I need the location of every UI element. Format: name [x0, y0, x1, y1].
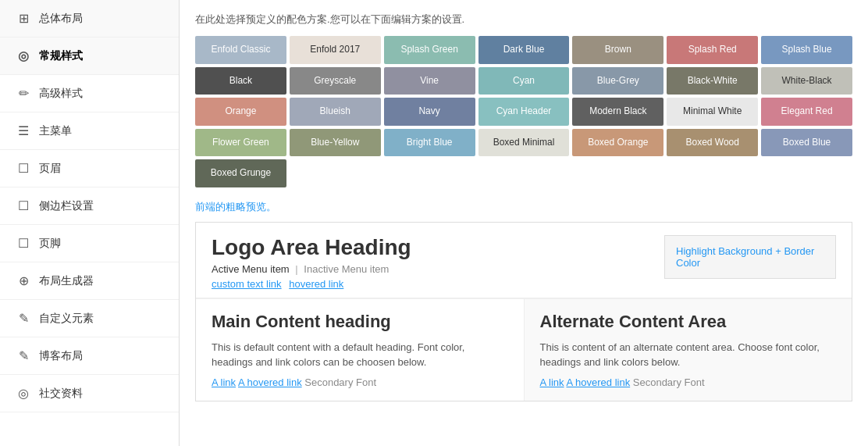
alt-content-heading: Alternate Content Area	[540, 312, 837, 332]
color-scheme-btn-enfold-2017[interactable]: Enfold 2017	[290, 36, 381, 64]
color-scheme-btn-boxed-orange[interactable]: Boxed Orange	[572, 129, 663, 157]
preview-links: custom text link hovered link	[212, 278, 411, 290]
layout-icon: ⊞	[16, 11, 31, 26]
color-scheme-btn-modern-black[interactable]: Modern Black	[572, 98, 663, 126]
sidebar-item-label: 总体布局	[39, 12, 83, 26]
alt-link[interactable]: A link	[540, 376, 564, 388]
main-content-paragraph: This is default content with a default h…	[212, 340, 508, 370]
color-scheme-btn-enfold-classic[interactable]: Enfold Classic	[195, 36, 286, 64]
color-scheme-btn-brown[interactable]: Brown	[572, 36, 663, 64]
main-hovered-link[interactable]: A hovered link	[238, 376, 302, 388]
sidebar-item-label: 常规样式	[39, 49, 83, 63]
sidebar-item-footer[interactable]: ☐ 页脚	[0, 225, 179, 262]
style-icon: ◎	[16, 48, 31, 63]
sidebar-item-label: 社交资料	[39, 387, 83, 401]
alt-content-paragraph: This is content of an alternate content …	[540, 340, 837, 370]
sidebar-item-label: 页脚	[39, 237, 61, 251]
main-link[interactable]: A link	[212, 376, 236, 388]
color-scheme-btn-splash-red[interactable]: Splash Red	[667, 36, 758, 64]
main-content-heading: Main Content heading	[212, 312, 508, 332]
main-content-links: A link A hovered link Secondary Font	[212, 376, 376, 388]
color-scheme-btn-cyan-header[interactable]: Cyan Header	[478, 98, 570, 126]
custom-icon: ✎	[16, 311, 31, 326]
color-scheme-btn-cyan[interactable]: Cyan	[478, 67, 570, 95]
preview-header-left: Logo Area Heading Active Menu item | Ina…	[212, 235, 411, 290]
sidebar-item-social[interactable]: ◎ 社交资料	[0, 375, 179, 412]
color-scheme-btn-boxed-grunge[interactable]: Boxed Grunge	[195, 159, 286, 187]
blog-icon: ✎	[16, 348, 31, 363]
color-scheme-btn-minimal-white[interactable]: Minimal White	[667, 98, 758, 126]
color-scheme-btn-vine[interactable]: Vine	[384, 67, 475, 95]
footer-icon: ☐	[16, 236, 31, 251]
sidebar-item-menu[interactable]: ☰ 主菜单	[0, 112, 179, 150]
sidebar-item-layout-builder[interactable]: ⊕ 布局生成器	[0, 262, 179, 300]
color-scheme-btn-splash-green[interactable]: Splash Green	[384, 36, 475, 64]
color-scheme-btn-greyscale[interactable]: Greyscale	[290, 67, 381, 95]
color-scheme-btn-bright-blue[interactable]: Bright Blue	[384, 129, 475, 157]
sidebar-icon: ☐	[16, 198, 31, 213]
hovered-link[interactable]: hovered link	[289, 278, 343, 290]
alt-secondary-font: Secondary Font	[633, 376, 705, 388]
color-scheme-btn-blue-yellow[interactable]: Blue-Yellow	[290, 129, 381, 157]
alt-content-links: A link A hovered link Secondary Font	[540, 376, 705, 388]
preview-menu: Active Menu item | Inactive Menu item	[212, 263, 411, 275]
sidebar: ⊞ 总体布局 ◎ 常规样式 ✏ 高级样式 ☰ 主菜单 ☐ 页眉 ☐ 侧边栏设置 …	[0, 0, 180, 446]
sidebar-item-label: 页眉	[39, 162, 61, 176]
builder-icon: ⊕	[16, 273, 31, 288]
sidebar-item-label: 自定义元素	[39, 312, 94, 326]
sidebar-item-header[interactable]: ☐ 页眉	[0, 150, 179, 187]
color-scheme-btn-orange[interactable]: Orange	[195, 98, 286, 126]
color-scheme-btn-black[interactable]: Black	[195, 67, 286, 95]
sidebar-item-general-style[interactable]: ◎ 常规样式	[0, 37, 179, 75]
sidebar-item-label: 高级样式	[39, 87, 83, 101]
sidebar-item-label: 主菜单	[39, 124, 72, 138]
alt-content-area: Alternate Content Area This is content o…	[525, 299, 852, 401]
color-scheme-btn-black-white[interactable]: Black-White	[667, 67, 758, 95]
menu-separator: |	[295, 263, 301, 275]
color-scheme-btn-navy[interactable]: Navy	[384, 98, 475, 126]
sidebar-item-custom-elements[interactable]: ✎ 自定义元素	[0, 300, 179, 337]
social-icon: ◎	[16, 386, 31, 401]
logo-heading: Logo Area Heading	[212, 235, 411, 260]
color-scheme-btn-splash-blue[interactable]: Splash Blue	[761, 36, 852, 64]
color-scheme-btn-flower-green[interactable]: Flower Green	[195, 129, 286, 157]
preview-label: 前端的粗略预览。	[195, 200, 852, 214]
color-scheme-grid: Enfold ClassicEnfold 2017Splash GreenDar…	[195, 36, 852, 187]
preview-area: Logo Area Heading Active Menu item | Ina…	[195, 222, 852, 401]
sidebar-item-sidebar[interactable]: ☐ 侧边栏设置	[0, 187, 179, 225]
description-text: 在此处选择预定义的配色方案.您可以在下面编辑方案的设置.	[195, 12, 852, 27]
color-scheme-btn-boxed-wood[interactable]: Boxed Wood	[667, 129, 758, 157]
color-scheme-btn-dark-blue[interactable]: Dark Blue	[478, 36, 570, 64]
color-scheme-btn-blueish[interactable]: Blueish	[290, 98, 381, 126]
preview-content: Main Content heading This is default con…	[196, 298, 852, 401]
sidebar-item-blog[interactable]: ✎ 博客布局	[0, 337, 179, 375]
color-scheme-btn-boxed-minimal[interactable]: Boxed Minimal	[478, 129, 570, 157]
preview-header: Logo Area Heading Active Menu item | Ina…	[196, 223, 852, 298]
main-content-area: Main Content heading This is default con…	[196, 299, 525, 401]
menu-icon: ☰	[16, 123, 31, 138]
alt-hovered-link[interactable]: A hovered link	[566, 376, 630, 388]
main-secondary-font-label: Secondary Font	[304, 376, 376, 388]
advanced-icon: ✏	[16, 86, 31, 101]
color-scheme-btn-elegant-red[interactable]: Elegant Red	[761, 98, 852, 126]
custom-text-link[interactable]: custom text link	[212, 278, 282, 290]
menu-active-item: Active Menu item	[212, 263, 290, 275]
sidebar-item-label: 博客布局	[39, 349, 83, 363]
header-icon: ☐	[16, 161, 31, 176]
sidebar-item-layout[interactable]: ⊞ 总体布局	[0, 0, 179, 37]
color-scheme-btn-white-black[interactable]: White-Black	[761, 67, 852, 95]
sidebar-item-advanced-style[interactable]: ✏ 高级样式	[0, 75, 179, 112]
color-scheme-btn-boxed-blue[interactable]: Boxed Blue	[761, 129, 852, 157]
menu-inactive-item: Inactive Menu item	[304, 263, 389, 275]
highlight-box: Highlight Background + Border Color	[664, 235, 836, 279]
main-content: 在此处选择预定义的配色方案.您可以在下面编辑方案的设置. Enfold Clas…	[180, 0, 868, 446]
sidebar-item-label: 布局生成器	[39, 274, 94, 288]
sidebar-item-label: 侧边栏设置	[39, 199, 94, 213]
color-scheme-btn-blue-grey[interactable]: Blue-Grey	[572, 67, 663, 95]
